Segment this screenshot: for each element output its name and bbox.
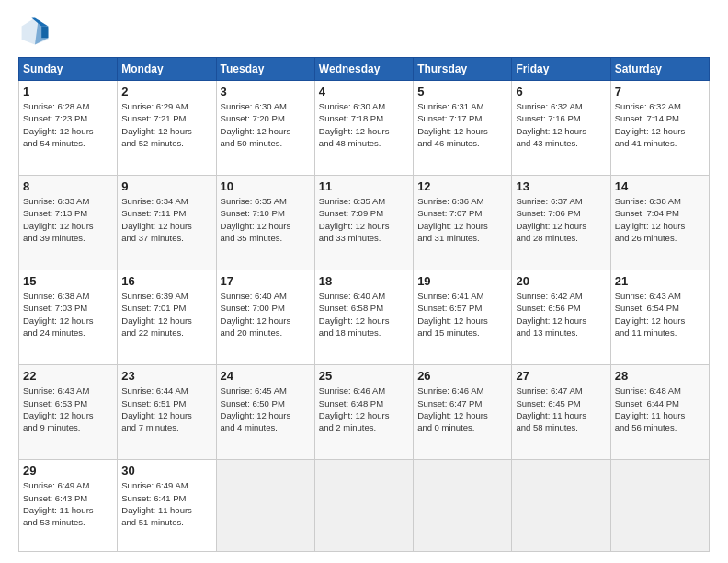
day-cell: 28Sunrise: 6:48 AM Sunset: 6:44 PM Dayli… bbox=[610, 365, 709, 460]
day-number: 25 bbox=[319, 369, 409, 383]
day-info: Sunrise: 6:42 AM Sunset: 6:56 PM Dayligh… bbox=[516, 290, 606, 339]
day-number: 21 bbox=[615, 274, 705, 288]
day-cell: 24Sunrise: 6:45 AM Sunset: 6:50 PM Dayli… bbox=[216, 365, 314, 460]
day-info: Sunrise: 6:40 AM Sunset: 6:58 PM Dayligh… bbox=[319, 290, 409, 339]
day-cell: 6Sunrise: 6:32 AM Sunset: 7:16 PM Daylig… bbox=[512, 81, 610, 176]
day-info: Sunrise: 6:46 AM Sunset: 6:47 PM Dayligh… bbox=[417, 385, 507, 433]
header-row: SundayMondayTuesdayWednesdayThursdayFrid… bbox=[19, 58, 710, 81]
day-cell: 12Sunrise: 6:36 AM Sunset: 7:07 PM Dayli… bbox=[414, 176, 512, 270]
day-cell bbox=[610, 460, 709, 552]
page: SundayMondayTuesdayWednesdayThursdayFrid… bbox=[0, 0, 728, 563]
day-info: Sunrise: 6:46 AM Sunset: 6:48 PM Dayligh… bbox=[319, 385, 409, 433]
day-cell: 9Sunrise: 6:34 AM Sunset: 7:11 PM Daylig… bbox=[118, 176, 216, 270]
day-info: Sunrise: 6:49 AM Sunset: 6:41 PM Dayligh… bbox=[121, 479, 211, 528]
day-cell: 10Sunrise: 6:35 AM Sunset: 7:10 PM Dayli… bbox=[216, 176, 314, 270]
day-info: Sunrise: 6:49 AM Sunset: 6:43 PM Dayligh… bbox=[23, 479, 113, 528]
day-info: Sunrise: 6:28 AM Sunset: 7:23 PM Dayligh… bbox=[23, 100, 113, 149]
day-number: 13 bbox=[516, 179, 606, 193]
day-number: 30 bbox=[121, 464, 211, 477]
header bbox=[18, 15, 710, 48]
day-info: Sunrise: 6:34 AM Sunset: 7:11 PM Dayligh… bbox=[121, 195, 211, 244]
day-info: Sunrise: 6:38 AM Sunset: 7:04 PM Dayligh… bbox=[615, 195, 705, 244]
day-cell: 27Sunrise: 6:47 AM Sunset: 6:45 PM Dayli… bbox=[512, 365, 610, 460]
day-cell: 3Sunrise: 6:30 AM Sunset: 7:20 PM Daylig… bbox=[216, 81, 314, 176]
day-number: 17 bbox=[221, 274, 311, 288]
day-number: 1 bbox=[23, 85, 113, 98]
day-cell bbox=[216, 460, 314, 552]
day-info: Sunrise: 6:47 AM Sunset: 6:45 PM Dayligh… bbox=[516, 385, 606, 433]
day-cell: 2Sunrise: 6:29 AM Sunset: 7:21 PM Daylig… bbox=[118, 81, 216, 176]
day-cell: 11Sunrise: 6:35 AM Sunset: 7:09 PM Dayli… bbox=[314, 176, 413, 270]
day-info: Sunrise: 6:43 AM Sunset: 6:54 PM Dayligh… bbox=[615, 290, 705, 339]
day-number: 24 bbox=[221, 369, 311, 383]
day-number: 22 bbox=[23, 369, 113, 383]
day-number: 20 bbox=[516, 274, 606, 288]
logo bbox=[18, 15, 55, 48]
day-info: Sunrise: 6:44 AM Sunset: 6:51 PM Dayligh… bbox=[121, 385, 211, 433]
day-info: Sunrise: 6:48 AM Sunset: 6:44 PM Dayligh… bbox=[615, 385, 705, 433]
day-cell: 26Sunrise: 6:46 AM Sunset: 6:47 PM Dayli… bbox=[414, 365, 512, 460]
day-number: 14 bbox=[615, 179, 705, 193]
day-info: Sunrise: 6:31 AM Sunset: 7:17 PM Dayligh… bbox=[417, 100, 507, 149]
day-cell: 22Sunrise: 6:43 AM Sunset: 6:53 PM Dayli… bbox=[19, 365, 118, 460]
day-info: Sunrise: 6:35 AM Sunset: 7:09 PM Dayligh… bbox=[319, 195, 409, 244]
day-cell: 25Sunrise: 6:46 AM Sunset: 6:48 PM Dayli… bbox=[314, 365, 413, 460]
day-info: Sunrise: 6:41 AM Sunset: 6:57 PM Dayligh… bbox=[417, 290, 507, 339]
day-cell: 14Sunrise: 6:38 AM Sunset: 7:04 PM Dayli… bbox=[610, 176, 709, 270]
day-cell bbox=[314, 460, 413, 552]
day-info: Sunrise: 6:29 AM Sunset: 7:21 PM Dayligh… bbox=[121, 100, 211, 149]
day-cell: 1Sunrise: 6:28 AM Sunset: 7:23 PM Daylig… bbox=[19, 81, 118, 176]
col-header-sunday: Sunday bbox=[19, 58, 118, 81]
day-cell: 13Sunrise: 6:37 AM Sunset: 7:06 PM Dayli… bbox=[512, 176, 610, 270]
day-number: 27 bbox=[516, 369, 606, 383]
day-info: Sunrise: 6:32 AM Sunset: 7:16 PM Dayligh… bbox=[516, 100, 606, 149]
day-number: 28 bbox=[615, 369, 705, 383]
day-cell: 7Sunrise: 6:32 AM Sunset: 7:14 PM Daylig… bbox=[610, 81, 709, 176]
day-number: 3 bbox=[221, 85, 311, 98]
logo-icon bbox=[18, 15, 51, 48]
col-header-saturday: Saturday bbox=[610, 58, 709, 81]
col-header-friday: Friday bbox=[512, 58, 610, 81]
day-number: 15 bbox=[23, 274, 113, 288]
day-info: Sunrise: 6:33 AM Sunset: 7:13 PM Dayligh… bbox=[23, 195, 113, 244]
day-info: Sunrise: 6:39 AM Sunset: 7:01 PM Dayligh… bbox=[121, 290, 211, 339]
day-cell: 18Sunrise: 6:40 AM Sunset: 6:58 PM Dayli… bbox=[314, 270, 413, 365]
day-number: 23 bbox=[121, 369, 211, 383]
day-number: 8 bbox=[23, 179, 113, 193]
day-cell bbox=[414, 460, 512, 552]
day-info: Sunrise: 6:32 AM Sunset: 7:14 PM Dayligh… bbox=[615, 100, 705, 149]
day-info: Sunrise: 6:36 AM Sunset: 7:07 PM Dayligh… bbox=[417, 195, 507, 244]
svg-marker-3 bbox=[41, 27, 48, 39]
day-cell: 20Sunrise: 6:42 AM Sunset: 6:56 PM Dayli… bbox=[512, 270, 610, 365]
day-number: 12 bbox=[417, 179, 507, 193]
col-header-thursday: Thursday bbox=[414, 58, 512, 81]
day-cell bbox=[512, 460, 610, 552]
day-cell: 4Sunrise: 6:30 AM Sunset: 7:18 PM Daylig… bbox=[314, 81, 413, 176]
col-header-monday: Monday bbox=[118, 58, 216, 81]
day-cell: 23Sunrise: 6:44 AM Sunset: 6:51 PM Dayli… bbox=[118, 365, 216, 460]
calendar-table: SundayMondayTuesdayWednesdayThursdayFrid… bbox=[18, 57, 710, 552]
day-number: 9 bbox=[121, 179, 211, 193]
week-row-4: 22Sunrise: 6:43 AM Sunset: 6:53 PM Dayli… bbox=[19, 365, 710, 460]
day-cell: 8Sunrise: 6:33 AM Sunset: 7:13 PM Daylig… bbox=[19, 176, 118, 270]
day-number: 5 bbox=[417, 85, 507, 98]
day-number: 4 bbox=[319, 85, 409, 98]
day-number: 18 bbox=[319, 274, 409, 288]
week-row-2: 8Sunrise: 6:33 AM Sunset: 7:13 PM Daylig… bbox=[19, 176, 710, 270]
day-number: 10 bbox=[221, 179, 311, 193]
week-row-1: 1Sunrise: 6:28 AM Sunset: 7:23 PM Daylig… bbox=[19, 81, 710, 176]
day-cell: 15Sunrise: 6:38 AM Sunset: 7:03 PM Dayli… bbox=[19, 270, 118, 365]
day-cell: 16Sunrise: 6:39 AM Sunset: 7:01 PM Dayli… bbox=[118, 270, 216, 365]
day-info: Sunrise: 6:43 AM Sunset: 6:53 PM Dayligh… bbox=[23, 385, 113, 433]
day-number: 6 bbox=[516, 85, 606, 98]
day-number: 19 bbox=[417, 274, 507, 288]
day-number: 16 bbox=[121, 274, 211, 288]
day-info: Sunrise: 6:38 AM Sunset: 7:03 PM Dayligh… bbox=[23, 290, 113, 339]
day-number: 29 bbox=[23, 464, 113, 477]
col-header-tuesday: Tuesday bbox=[216, 58, 314, 81]
col-header-wednesday: Wednesday bbox=[314, 58, 413, 81]
day-number: 11 bbox=[319, 179, 409, 193]
day-info: Sunrise: 6:30 AM Sunset: 7:20 PM Dayligh… bbox=[221, 100, 311, 149]
day-number: 2 bbox=[121, 85, 211, 98]
day-cell: 5Sunrise: 6:31 AM Sunset: 7:17 PM Daylig… bbox=[414, 81, 512, 176]
